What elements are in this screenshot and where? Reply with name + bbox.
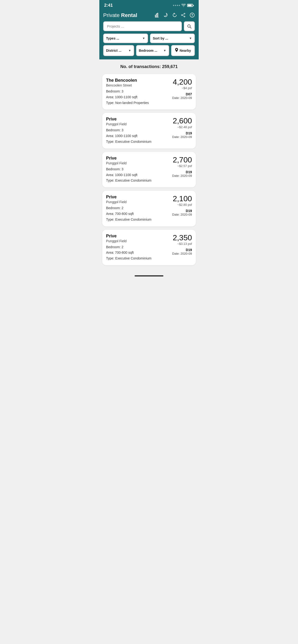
card-left: Prive Punggol Field Bedroom: 2 Area: 700… [106,194,163,222]
card-right: 4,200 ~$4 psf D07 Date: 2020-09 [163,78,192,100]
moon-icon[interactable] [164,13,169,18]
card-details: Bedroom: 2 Area: 700-800 sqft Type: Exec… [106,205,163,222]
svg-rect-1 [156,14,157,17]
chart-icon[interactable] [155,12,160,18]
card-psf: ~$2.57 psf [163,164,192,168]
listings-container: The Bencoolen Bencoolen Street Bedroom: … [102,74,196,265]
types-dropdown-arrow: ▼ [142,37,145,40]
card-district: D07 [163,92,192,96]
card-right: 2,100 ~$2.80 psf D19 Date: 2020-09 [163,194,192,216]
bedroom-filter-button[interactable]: Bedroom ... ▼ [136,45,169,56]
svg-point-6 [181,14,182,16]
status-time: 2:41 [104,3,113,8]
card-area: Area: 1000-1100 sqft [106,133,163,139]
card-date: Date: 2020-09 [163,213,192,216]
card-title: Prive [106,117,163,122]
types-label: Types ... [106,36,119,40]
card-bedroom: Bedroom: 3 [106,128,163,133]
main-content: No. of transactions: 259,671 The Bencool… [99,60,199,272]
card-type: Type: Executive Condominium [106,256,163,262]
card-right: 2,600 ~$2.48 psf D19 Date: 2020-09 [163,117,192,138]
card-right: 2,350 ~$3.13 psf D19 Date: 2020-09 [163,234,192,256]
nearby-button[interactable]: Nearby [171,45,195,56]
types-filter-button[interactable]: Types ... ▼ [103,34,148,43]
help-icon[interactable]: ? [190,12,195,18]
sortby-label: Sort by ... [153,36,168,40]
card-psf: ~$2.80 psf [163,203,192,206]
app-title-light: Private [103,12,121,18]
card-bedroom: Bedroom: 2 [106,205,163,211]
card-date: Date: 2020-09 [163,135,192,139]
card-bedroom: Bedroom: 3 [106,89,163,94]
card-left: Prive Punggol Field Bedroom: 3 Area: 100… [106,156,163,184]
header-actions: ? [155,12,195,18]
card-psf: ~$4 psf [163,86,192,90]
wifi-icon [181,4,186,7]
card-left: Prive Punggol Field Bedroom: 2 Area: 700… [106,234,163,262]
card-district: D19 [163,131,192,135]
card-details: Bedroom: 3 Area: 1000-1100 sqft Type: Ex… [106,166,163,184]
card-left: Prive Punggol Field Bedroom: 3 Area: 100… [106,117,163,144]
card-street: Punggol Field [106,122,163,126]
card-bedroom: Bedroom: 2 [106,244,163,250]
listing-card[interactable]: The Bencoolen Bencoolen Street Bedroom: … [102,74,196,110]
card-left: The Bencoolen Bencoolen Street Bedroom: … [106,78,163,106]
search-button[interactable] [184,21,195,31]
card-title: Prive [106,194,163,200]
search-bar [103,21,195,31]
card-details: Bedroom: 2 Area: 700-800 sqft Type: Exec… [106,244,163,262]
card-title: Prive [106,234,163,238]
card-psf: ~$2.48 psf [163,125,192,129]
status-bar: 2:41 [99,0,199,10]
listing-card[interactable]: Prive Punggol Field Bedroom: 2 Area: 700… [102,191,196,226]
card-district: D19 [163,170,192,174]
card-type: Type: Executive Condominium [106,178,163,184]
bedroom-label: Bedroom ... [139,49,158,52]
svg-text:?: ? [191,14,193,17]
card-street: Punggol Field [106,239,163,243]
card-details: Bedroom: 3 Area: 1000-1100 sqft Type: Ex… [106,128,163,144]
signal-icon [173,5,180,6]
listing-card[interactable]: Prive Punggol Field Bedroom: 3 Area: 100… [102,152,196,187]
app-title: Private Rental [103,12,137,18]
card-type: Type: Executive Condominium [106,217,163,222]
svg-line-12 [190,27,192,28]
card-right: 2,700 ~$2.57 psf D19 Date: 2020-09 [163,156,192,178]
card-type: Type: Non-landed Properties [106,100,163,106]
location-icon [175,48,178,53]
card-street: Bencoolen Street [106,84,163,87]
home-indicator [99,272,199,278]
svg-line-8 [182,15,184,16]
card-price: 2,600 [163,117,192,125]
card-area: Area: 1000-1100 sqft [106,94,163,100]
card-date: Date: 2020-09 [163,174,192,178]
card-date: Date: 2020-09 [163,252,192,256]
card-street: Punggol Field [106,161,163,165]
district-filter-button[interactable]: District ... ▼ [103,45,134,56]
search-input[interactable] [103,21,182,31]
card-bedroom: Bedroom: 3 [106,166,163,172]
filter-row-2: District ... ▼ Bedroom ... ▼ Nearby [103,45,195,56]
card-date: Date: 2020-09 [163,96,192,100]
share-icon[interactable] [181,13,186,18]
card-area: Area: 1000-1100 sqft [106,172,163,178]
refresh-icon[interactable] [172,13,177,18]
listing-card[interactable]: Prive Punggol Field Bedroom: 2 Area: 700… [102,230,196,265]
battery-icon [187,4,194,7]
card-area: Area: 700-800 sqft [106,211,163,217]
svg-point-13 [176,49,177,50]
card-title: The Bencoolen [106,78,163,83]
card-price: 2,350 [163,234,192,242]
header-top: Private Rental [103,12,195,18]
transaction-count: No. of transactions: 259,671 [102,63,196,70]
svg-line-7 [182,14,184,15]
sortby-filter-button[interactable]: Sort by ... ▼ [150,34,195,43]
home-bar [135,275,163,276]
card-district: D19 [163,248,192,252]
app-title-bold: Rental [121,12,137,18]
listing-card[interactable]: Prive Punggol Field Bedroom: 3 Area: 100… [102,113,196,148]
card-price: 2,700 [163,156,192,164]
sortby-dropdown-arrow: ▼ [189,37,192,40]
card-type: Type: Executive Condominium [106,139,163,145]
district-label: District ... [106,49,121,52]
